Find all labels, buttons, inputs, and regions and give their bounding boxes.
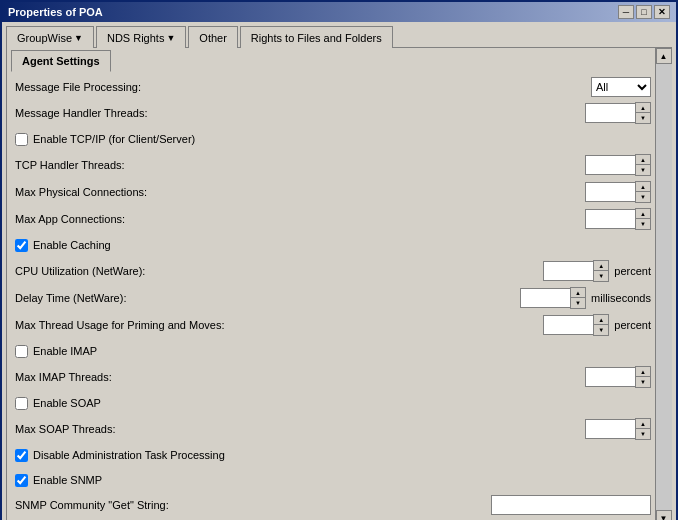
tcp-handler-threads-row: TCP Handler Threads: 6 ▲ ▼ [15, 154, 651, 176]
max-thread-usage-input[interactable]: 20 [543, 315, 593, 335]
max-physical-connections-label: Max Physical Connections: [15, 186, 147, 198]
max-soap-threads-row: Max SOAP Threads: 20 ▲ ▼ [15, 418, 651, 440]
enable-imap-label: Enable IMAP [33, 345, 97, 357]
spin-up-button[interactable]: ▲ [636, 155, 650, 165]
delay-time-input[interactable]: 100 [520, 288, 570, 308]
enable-caching-checkbox[interactable] [15, 239, 28, 252]
enable-snmp-row: Enable SNMP [15, 470, 651, 490]
tab-groupwise[interactable]: GroupWise ▼ [6, 26, 94, 48]
max-soap-threads-input[interactable]: 20 [585, 419, 635, 439]
chevron-down-icon: ▼ [74, 33, 83, 43]
enable-caching-label: Enable Caching [33, 239, 111, 251]
max-app-connections-label: Max App Connections: [15, 213, 125, 225]
enable-snmp-checkbox[interactable] [15, 474, 28, 487]
max-imap-threads-spinner: 50 ▲ ▼ [585, 366, 651, 388]
max-thread-usage-spinner: 20 ▲ ▼ [543, 314, 609, 336]
spin-up-button[interactable]: ▲ [636, 367, 650, 377]
enable-soap-row: Enable SOAP [15, 393, 651, 413]
max-app-connections-row: Max App Connections: 2048 ▲ ▼ [15, 208, 651, 230]
spin-buttons: ▲ ▼ [635, 102, 651, 124]
spin-down-button[interactable]: ▼ [594, 325, 608, 335]
max-physical-connections-input[interactable]: 1024 [585, 182, 635, 202]
window-title: Properties of POA [8, 6, 103, 18]
spin-up-button[interactable]: ▲ [636, 182, 650, 192]
spin-buttons: ▲ ▼ [593, 260, 609, 282]
cpu-utilization-input[interactable]: 85 [543, 261, 593, 281]
spin-up-button[interactable]: ▲ [571, 288, 585, 298]
scrollbar: ▲ ▼ [655, 71, 671, 520]
enable-tcpip-label: Enable TCP/IP (for Client/Server) [33, 133, 195, 145]
message-handler-threads-label: Message Handler Threads: [15, 107, 147, 119]
tabs-row2: Agent Settings [7, 50, 671, 72]
spin-down-button[interactable]: ▼ [636, 429, 650, 439]
max-imap-threads-row: Max IMAP Threads: 50 ▲ ▼ [15, 366, 651, 388]
scroll-down-button[interactable]: ▼ [656, 510, 672, 520]
max-imap-threads-input[interactable]: 50 [585, 367, 635, 387]
enable-tcpip-checkbox[interactable] [15, 133, 28, 146]
tab-agentsettings-label: Agent Settings [22, 55, 100, 67]
spin-up-button[interactable]: ▲ [636, 419, 650, 429]
enable-tcpip-row: Enable TCP/IP (for Client/Server) [15, 129, 651, 149]
tab-other[interactable]: Other [188, 26, 238, 48]
tab-groupwise-label: GroupWise [17, 32, 72, 44]
snmp-community-input[interactable] [491, 495, 651, 515]
spin-down-button[interactable]: ▼ [571, 298, 585, 308]
spin-down-button[interactable]: ▼ [636, 113, 650, 123]
cpu-utilization-spinner: 85 ▲ ▼ [543, 260, 609, 282]
spin-buttons: ▲ ▼ [635, 208, 651, 230]
title-bar: Properties of POA ─ □ ✕ [2, 2, 676, 22]
enable-soap-label: Enable SOAP [33, 397, 101, 409]
spin-down-button[interactable]: ▼ [636, 192, 650, 202]
chevron-down-icon: ▼ [166, 33, 175, 43]
max-physical-connections-spinner: 1024 ▲ ▼ [585, 181, 651, 203]
message-file-processing-select[interactable]: All [591, 77, 651, 97]
spin-up-button[interactable]: ▲ [636, 209, 650, 219]
snmp-community-label: SNMP Community "Get" String: [15, 499, 169, 511]
spin-down-button[interactable]: ▼ [594, 271, 608, 281]
tab-agentsettings[interactable]: Agent Settings [11, 50, 111, 72]
max-thread-usage-label: Max Thread Usage for Priming and Moves: [15, 319, 225, 331]
cpu-utilization-label: CPU Utilization (NetWare): [15, 265, 145, 277]
minimize-button[interactable]: ─ [618, 5, 634, 19]
tcp-handler-threads-spinner: 6 ▲ ▼ [585, 154, 651, 176]
max-soap-threads-label: Max SOAP Threads: [15, 423, 115, 435]
tab-rightsfiles-label: Rights to Files and Folders [251, 32, 382, 44]
main-panel: Agent Settings Message File Processing: … [6, 47, 672, 520]
delay-time-label: Delay Time (NetWare): [15, 292, 126, 304]
message-file-processing-row: Message File Processing: All [15, 77, 651, 97]
spin-down-button[interactable]: ▼ [636, 165, 650, 175]
tabs-row1: GroupWise ▼ NDS Rights ▼ Other Rights to… [6, 26, 672, 48]
enable-soap-checkbox[interactable] [15, 397, 28, 410]
spin-buttons: ▲ ▼ [635, 181, 651, 203]
message-file-processing-label: Message File Processing: [15, 81, 141, 93]
tab-ndsrights[interactable]: NDS Rights ▼ [96, 26, 186, 48]
disable-admin-task-label: Disable Administration Task Processing [33, 449, 225, 461]
spin-buttons: ▲ ▼ [593, 314, 609, 336]
tcp-handler-threads-label: TCP Handler Threads: [15, 159, 125, 171]
cpu-utilization-row: CPU Utilization (NetWare): 85 ▲ ▼ percen… [15, 260, 651, 282]
spin-buttons: ▲ ▼ [635, 154, 651, 176]
tcp-handler-threads-input[interactable]: 6 [585, 155, 635, 175]
max-app-connections-input[interactable]: 2048 [585, 209, 635, 229]
maximize-button[interactable]: □ [636, 5, 652, 19]
max-soap-threads-spinner: 20 ▲ ▼ [585, 418, 651, 440]
spin-buttons: ▲ ▼ [635, 418, 651, 440]
spin-up-button[interactable]: ▲ [636, 103, 650, 113]
spin-down-button[interactable]: ▼ [636, 377, 650, 387]
close-button[interactable]: ✕ [654, 5, 670, 19]
spin-up-button[interactable]: ▲ [594, 261, 608, 271]
tab-rightsfiles[interactable]: Rights to Files and Folders [240, 26, 393, 48]
max-app-connections-spinner: 2048 ▲ ▼ [585, 208, 651, 230]
enable-caching-row: Enable Caching [15, 235, 651, 255]
enable-imap-row: Enable IMAP [15, 341, 651, 361]
scroll-track[interactable] [656, 71, 672, 510]
spin-buttons: ▲ ▼ [570, 287, 586, 309]
enable-imap-checkbox[interactable] [15, 345, 28, 358]
spin-down-button[interactable]: ▼ [636, 219, 650, 229]
cpu-utilization-unit: percent [614, 265, 651, 277]
disable-admin-task-checkbox[interactable] [15, 449, 28, 462]
max-thread-usage-unit: percent [614, 319, 651, 331]
spin-up-button[interactable]: ▲ [594, 315, 608, 325]
title-bar-buttons: ─ □ ✕ [618, 5, 670, 19]
message-handler-threads-input[interactable]: 30 [585, 103, 635, 123]
